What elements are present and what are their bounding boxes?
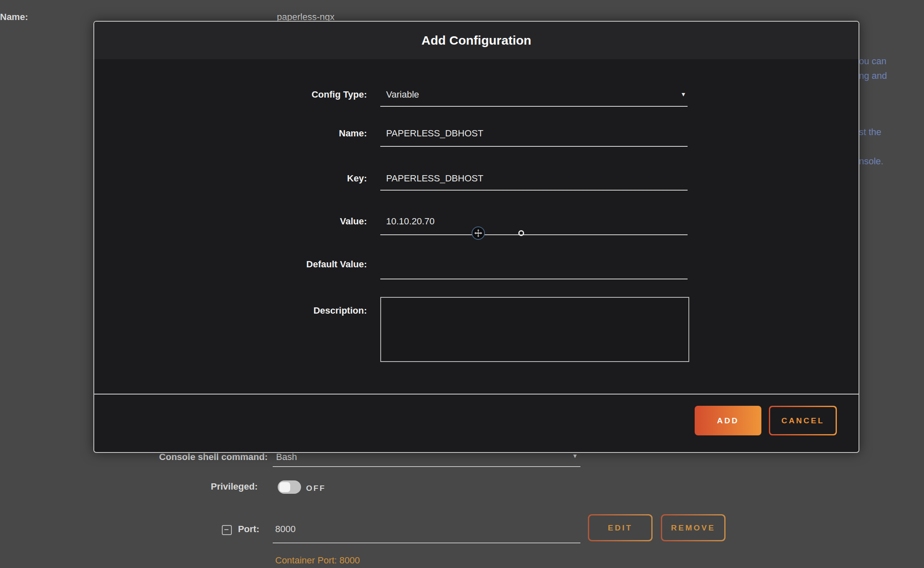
click-ring-icon: [518, 230, 524, 236]
container-port-text: Container Port: 8000: [275, 555, 360, 566]
config-type-underline: [380, 106, 688, 107]
cancel-button-label: CANCEL: [770, 407, 836, 434]
edit-button-label: EDIT: [589, 515, 651, 540]
port-label: Port:: [0, 524, 259, 535]
add-button[interactable]: ADD: [695, 406, 761, 435]
privileged-toggle[interactable]: [278, 480, 301, 494]
move-arrows-glyph: [474, 229, 483, 238]
bg-help-text-fragment: ou can: [859, 56, 886, 67]
console-shell-label: Console shell command:: [0, 452, 268, 462]
key-label: Key:: [94, 173, 367, 184]
console-shell-select[interactable]: Bash: [276, 452, 297, 462]
description-label: Description:: [94, 305, 367, 316]
port-input[interactable]: 8000: [275, 524, 296, 535]
bg-help-text-fragment: st the: [859, 127, 881, 138]
value-input[interactable]: [386, 216, 678, 227]
privileged-state-label: OFF: [306, 484, 326, 493]
remove-button-label: REMOVE: [662, 515, 724, 540]
privileged-label: Privileged:: [0, 481, 258, 492]
page: Name: paperless-ngx ou can ng and st the…: [0, 0, 924, 568]
value-underline: [380, 234, 688, 235]
dialog-title: Add Configuration: [94, 22, 859, 59]
remove-button[interactable]: REMOVE: [661, 514, 726, 541]
edit-button[interactable]: EDIT: [588, 514, 653, 541]
bg-help-text-fragment: ng and: [859, 70, 887, 81]
default-value-label: Default Value:: [94, 259, 367, 270]
cancel-button[interactable]: CANCEL: [769, 406, 837, 435]
toggle-knob: [279, 482, 290, 492]
chevron-down-icon: ▼: [572, 452, 578, 459]
description-textarea[interactable]: [380, 297, 689, 362]
name-underline: [380, 146, 688, 147]
chevron-down-icon: ▼: [680, 91, 686, 98]
port-underline: [273, 543, 580, 543]
config-type-select[interactable]: Variable: [386, 89, 678, 100]
value-label: Value:: [94, 216, 367, 227]
key-underline: [380, 190, 688, 191]
config-type-label: Config Type:: [94, 89, 367, 100]
default-value-underline: [380, 279, 688, 279]
footer-divider: [94, 394, 859, 395]
name-label: Name:: [94, 128, 367, 139]
bg-help-text-fragment: nsole.: [859, 156, 884, 167]
move-cursor-icon: [472, 226, 485, 240]
key-input[interactable]: [386, 173, 678, 184]
dialog-header: Add Configuration: [94, 22, 859, 59]
console-shell-underline: [273, 466, 580, 467]
name-input[interactable]: [386, 128, 678, 139]
default-value-input[interactable]: [386, 259, 678, 270]
